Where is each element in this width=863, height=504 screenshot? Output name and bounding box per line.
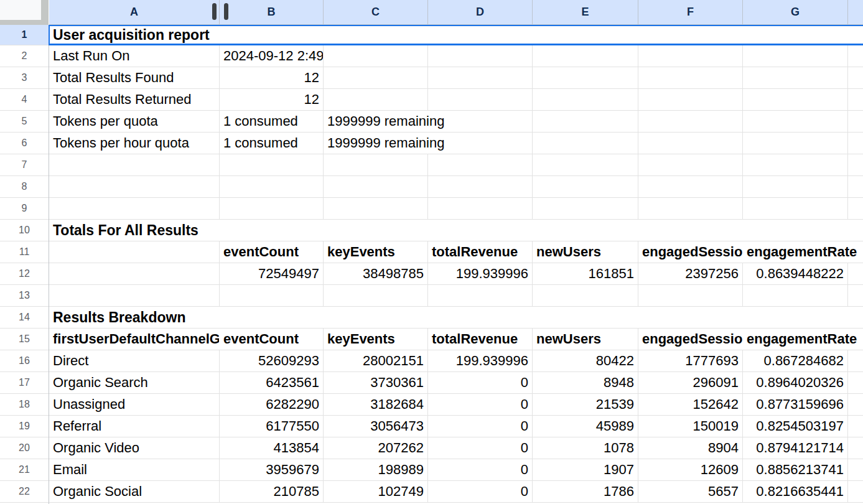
cell-E21[interactable]: 1907 — [533, 459, 638, 480]
freeze-handle-horizontal[interactable] — [0, 20, 49, 25]
cell-C8[interactable] — [324, 176, 428, 197]
cell-C18[interactable]: 3182684 — [324, 394, 428, 415]
cell-H21[interactable] — [848, 459, 863, 480]
row-header-19[interactable]: 19 — [0, 416, 49, 437]
cell-G8[interactable] — [743, 176, 848, 197]
column-header-B[interactable]: B — [220, 0, 324, 24]
column-header-G[interactable]: G — [743, 0, 848, 24]
cell-E19[interactable]: 45989 — [533, 416, 638, 437]
row-header-8[interactable]: 8 — [0, 176, 49, 198]
cell-G22[interactable]: 0.8216635441 — [743, 481, 848, 502]
cell-C20[interactable]: 207262 — [324, 437, 428, 459]
cell-A4[interactable]: Total Results Returned — [49, 89, 220, 110]
cell-D18[interactable]: 0 — [428, 394, 533, 415]
cell-G20[interactable]: 0.8794121714 — [743, 437, 848, 459]
cell-H5[interactable] — [848, 111, 863, 132]
cell-G3[interactable] — [743, 67, 848, 88]
cell-A12[interactable] — [49, 263, 220, 284]
cell-A17[interactable]: Organic Search — [49, 372, 220, 393]
cell-E11[interactable]: newUsers — [533, 241, 638, 263]
cell-A13[interactable] — [49, 285, 220, 306]
cell-E5[interactable] — [533, 111, 638, 132]
row-header-20[interactable]: 20 — [0, 437, 49, 459]
cell-E12[interactable]: 161851 — [533, 263, 638, 284]
cell-D7[interactable] — [428, 154, 533, 175]
cell-F13[interactable] — [638, 285, 743, 306]
cell-H2[interactable] — [848, 45, 863, 67]
cell-G18[interactable]: 0.8773159696 — [743, 394, 848, 415]
cell-A8[interactable] — [49, 176, 220, 197]
cell-H16[interactable] — [848, 350, 863, 371]
cell-E3[interactable] — [533, 67, 638, 88]
row-header-13[interactable]: 13 — [0, 285, 49, 307]
cell-D20[interactable]: 0 — [428, 437, 533, 459]
cell-B16[interactable]: 52609293 — [220, 350, 324, 371]
cell-D11[interactable]: totalRevenue — [428, 241, 533, 263]
row-header-9[interactable]: 9 — [0, 198, 49, 220]
cell-H19[interactable] — [848, 416, 863, 437]
cell-F4[interactable] — [638, 89, 743, 110]
cell-E9[interactable] — [533, 198, 638, 219]
cell-A18[interactable]: Unassigned — [49, 394, 220, 415]
cell-B18[interactable]: 6282290 — [220, 394, 324, 415]
column-header-F[interactable]: F — [638, 0, 743, 24]
cell-D16[interactable]: 199.939996 — [428, 350, 533, 371]
cell-G4[interactable] — [743, 89, 848, 110]
cell-G21[interactable]: 0.8856213741 — [743, 459, 848, 480]
cell-A7[interactable] — [49, 154, 220, 175]
cell-D2[interactable] — [428, 45, 533, 67]
cell-G13[interactable] — [743, 285, 848, 306]
cell-B5[interactable]: 1 consumed — [220, 111, 324, 132]
cell-F21[interactable]: 12609 — [638, 459, 743, 480]
cell-C2[interactable] — [324, 45, 428, 67]
cell-C11[interactable]: keyEvents — [324, 241, 428, 263]
cell-E15[interactable]: newUsers — [533, 329, 638, 350]
cell-E17[interactable]: 8948 — [533, 372, 638, 393]
column-header-E[interactable]: E — [533, 0, 638, 24]
row-header-22[interactable]: 22 — [0, 481, 49, 503]
cell-F5[interactable] — [638, 111, 743, 132]
cell-H9[interactable] — [848, 198, 863, 219]
cell-H22[interactable] — [848, 481, 863, 502]
row-header-4[interactable]: 4 — [0, 89, 49, 111]
cell-A10[interactable]: Totals For All Results — [49, 220, 863, 241]
cell-B6[interactable]: 1 consumed — [220, 133, 324, 154]
cell-B11[interactable]: eventCount — [220, 241, 324, 263]
cell-F19[interactable]: 150019 — [638, 416, 743, 437]
cell-F6[interactable] — [638, 133, 743, 154]
cell-E7[interactable] — [533, 154, 638, 175]
cell-A20[interactable]: Organic Video — [49, 437, 220, 459]
cell-C9[interactable] — [324, 198, 428, 219]
cell-A22[interactable]: Organic Social — [49, 481, 220, 502]
cell-G12[interactable]: 0.8639448222 — [743, 263, 848, 284]
cell-F20[interactable]: 8904 — [638, 437, 743, 459]
cell-D17[interactable]: 0 — [428, 372, 533, 393]
cell-A15[interactable]: firstUserDefaultChannelG — [49, 329, 220, 350]
cell-F15[interactable]: engagedSessio — [638, 329, 743, 350]
cell-E18[interactable]: 21539 — [533, 394, 638, 415]
cell-F9[interactable] — [638, 198, 743, 219]
cell-A1[interactable]: User acquisition report — [50, 26, 863, 44]
cell-G9[interactable] — [743, 198, 848, 219]
row-header-11[interactable]: 11 — [0, 241, 49, 263]
cell-G19[interactable]: 0.8254503197 — [743, 416, 848, 437]
cell-H7[interactable] — [848, 154, 863, 175]
cell-H4[interactable] — [848, 89, 863, 110]
cell-H12[interactable] — [848, 263, 863, 284]
cell-C13[interactable] — [324, 285, 428, 306]
cell-H18[interactable] — [848, 394, 863, 415]
cell-G7[interactable] — [743, 154, 848, 175]
cell-A19[interactable]: Referral — [49, 416, 220, 437]
row-header-2[interactable]: 2 — [0, 45, 49, 67]
cell-D6[interactable] — [428, 133, 533, 154]
cell-A11[interactable] — [49, 241, 220, 263]
row-header-17[interactable]: 17 — [0, 372, 49, 394]
cell-F3[interactable] — [638, 67, 743, 88]
row-header-12[interactable]: 12 — [0, 263, 49, 285]
cell-A14[interactable]: Results Breakdown — [49, 307, 863, 328]
cell-A6[interactable]: Tokens per hour quota — [49, 133, 220, 154]
cell-G5[interactable] — [743, 111, 848, 132]
cell-E13[interactable] — [533, 285, 638, 306]
cell-F11[interactable]: engagedSessio — [638, 241, 743, 263]
cell-D13[interactable] — [428, 285, 533, 306]
